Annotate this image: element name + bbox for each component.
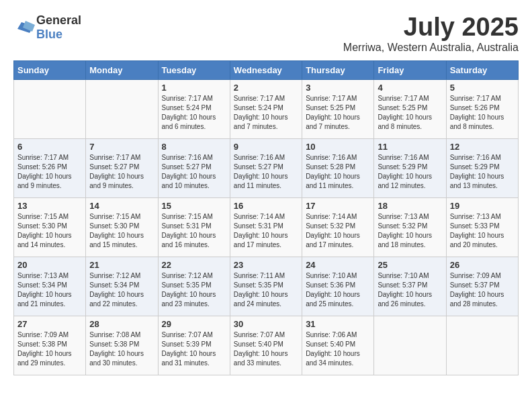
calendar-cell: 14Sunrise: 7:15 AMSunset: 5:30 PMDayligh… xyxy=(86,197,158,257)
day-number: 27 xyxy=(17,319,82,329)
day-number: 26 xyxy=(450,260,515,270)
weekday-header-monday: Monday xyxy=(86,60,158,79)
day-number: 24 xyxy=(306,260,370,270)
day-info: Sunrise: 7:13 AMSunset: 5:32 PMDaylight:… xyxy=(378,212,442,250)
weekday-header-sunday: Sunday xyxy=(14,60,86,79)
day-number: 10 xyxy=(306,142,370,152)
day-number: 13 xyxy=(17,201,82,211)
page-header: General Blue July 2025 Merriwa, Western … xyxy=(13,13,519,54)
day-info: Sunrise: 7:17 AMSunset: 5:26 PMDaylight:… xyxy=(450,94,515,132)
calendar-cell: 26Sunrise: 7:09 AMSunset: 5:37 PMDayligh… xyxy=(446,257,518,316)
day-info: Sunrise: 7:17 AMSunset: 5:27 PMDaylight:… xyxy=(89,153,154,191)
weekday-header-tuesday: Tuesday xyxy=(158,60,230,79)
day-info: Sunrise: 7:15 AMSunset: 5:31 PMDaylight:… xyxy=(162,212,226,250)
calendar-cell: 18Sunrise: 7:13 AMSunset: 5:32 PMDayligh… xyxy=(374,197,446,257)
day-number: 9 xyxy=(234,142,298,152)
calendar-cell: 23Sunrise: 7:11 AMSunset: 5:35 PMDayligh… xyxy=(230,257,302,316)
day-info: Sunrise: 7:09 AMSunset: 5:37 PMDaylight:… xyxy=(450,271,515,309)
day-number: 17 xyxy=(306,201,370,211)
month-year-title: July 2025 xyxy=(343,13,519,42)
day-info: Sunrise: 7:15 AMSunset: 5:30 PMDaylight:… xyxy=(17,212,82,250)
day-info: Sunrise: 7:17 AMSunset: 5:25 PMDaylight:… xyxy=(306,94,370,132)
calendar-week-row: 27Sunrise: 7:09 AMSunset: 5:38 PMDayligh… xyxy=(14,316,519,375)
day-number: 25 xyxy=(378,260,442,270)
day-number: 31 xyxy=(306,319,370,329)
day-info: Sunrise: 7:10 AMSunset: 5:37 PMDaylight:… xyxy=(378,271,442,309)
day-info: Sunrise: 7:11 AMSunset: 5:35 PMDaylight:… xyxy=(234,271,298,309)
calendar-cell: 20Sunrise: 7:13 AMSunset: 5:34 PMDayligh… xyxy=(14,257,86,316)
day-number: 16 xyxy=(234,201,298,211)
calendar-cell: 9Sunrise: 7:16 AMSunset: 5:27 PMDaylight… xyxy=(230,138,302,197)
logo-icon xyxy=(15,21,35,34)
calendar-cell: 3Sunrise: 7:17 AMSunset: 5:25 PMDaylight… xyxy=(302,79,374,138)
calendar-week-row: 6Sunrise: 7:17 AMSunset: 5:26 PMDaylight… xyxy=(14,138,519,197)
calendar-cell: 11Sunrise: 7:16 AMSunset: 5:29 PMDayligh… xyxy=(374,138,446,197)
calendar-cell xyxy=(14,79,86,138)
weekday-header-saturday: Saturday xyxy=(446,60,518,79)
day-info: Sunrise: 7:12 AMSunset: 5:34 PMDaylight:… xyxy=(89,271,154,309)
day-info: Sunrise: 7:17 AMSunset: 5:25 PMDaylight:… xyxy=(378,94,442,132)
calendar-cell: 24Sunrise: 7:10 AMSunset: 5:36 PMDayligh… xyxy=(302,257,374,316)
day-number: 8 xyxy=(162,142,226,152)
day-info: Sunrise: 7:14 AMSunset: 5:31 PMDaylight:… xyxy=(234,212,298,250)
day-info: Sunrise: 7:16 AMSunset: 5:29 PMDaylight:… xyxy=(378,153,442,191)
weekday-header-row: SundayMondayTuesdayWednesdayThursdayFrid… xyxy=(14,60,519,79)
day-info: Sunrise: 7:16 AMSunset: 5:28 PMDaylight:… xyxy=(306,153,370,191)
calendar-cell: 4Sunrise: 7:17 AMSunset: 5:25 PMDaylight… xyxy=(374,79,446,138)
calendar-week-row: 1Sunrise: 7:17 AMSunset: 5:24 PMDaylight… xyxy=(14,79,519,138)
calendar-week-row: 20Sunrise: 7:13 AMSunset: 5:34 PMDayligh… xyxy=(14,257,519,316)
logo-general-text: General xyxy=(36,13,81,27)
day-number: 7 xyxy=(89,142,154,152)
calendar-cell: 17Sunrise: 7:14 AMSunset: 5:32 PMDayligh… xyxy=(302,197,374,257)
calendar-cell: 15Sunrise: 7:15 AMSunset: 5:31 PMDayligh… xyxy=(158,197,230,257)
day-number: 23 xyxy=(234,260,298,270)
day-info: Sunrise: 7:08 AMSunset: 5:38 PMDaylight:… xyxy=(89,330,154,368)
calendar-cell xyxy=(86,79,158,138)
day-number: 20 xyxy=(17,260,82,270)
day-info: Sunrise: 7:13 AMSunset: 5:33 PMDaylight:… xyxy=(450,212,515,250)
day-number: 6 xyxy=(17,142,82,152)
day-info: Sunrise: 7:12 AMSunset: 5:35 PMDaylight:… xyxy=(162,271,226,309)
day-number: 15 xyxy=(162,201,226,211)
calendar-cell xyxy=(374,316,446,375)
calendar-cell: 6Sunrise: 7:17 AMSunset: 5:26 PMDaylight… xyxy=(14,138,86,197)
calendar-cell: 16Sunrise: 7:14 AMSunset: 5:31 PMDayligh… xyxy=(230,197,302,257)
title-section: July 2025 Merriwa, Western Australia, Au… xyxy=(343,13,519,54)
logo-blue-text: Blue xyxy=(36,28,62,41)
calendar-cell: 1Sunrise: 7:17 AMSunset: 5:24 PMDaylight… xyxy=(158,79,230,138)
day-info: Sunrise: 7:06 AMSunset: 5:40 PMDaylight:… xyxy=(306,330,370,368)
day-number: 29 xyxy=(162,319,226,329)
day-number: 14 xyxy=(89,201,154,211)
day-info: Sunrise: 7:17 AMSunset: 5:26 PMDaylight:… xyxy=(17,153,82,191)
calendar-cell: 29Sunrise: 7:07 AMSunset: 5:39 PMDayligh… xyxy=(158,316,230,375)
day-number: 21 xyxy=(89,260,154,270)
day-info: Sunrise: 7:07 AMSunset: 5:39 PMDaylight:… xyxy=(162,330,226,368)
day-info: Sunrise: 7:15 AMSunset: 5:30 PMDaylight:… xyxy=(89,212,154,250)
day-number: 30 xyxy=(234,319,298,329)
calendar-cell: 28Sunrise: 7:08 AMSunset: 5:38 PMDayligh… xyxy=(86,316,158,375)
day-number: 3 xyxy=(306,83,370,93)
calendar-cell: 10Sunrise: 7:16 AMSunset: 5:28 PMDayligh… xyxy=(302,138,374,197)
calendar-cell: 12Sunrise: 7:16 AMSunset: 5:29 PMDayligh… xyxy=(446,138,518,197)
day-info: Sunrise: 7:13 AMSunset: 5:34 PMDaylight:… xyxy=(17,271,82,309)
weekday-header-thursday: Thursday xyxy=(302,60,374,79)
calendar-cell: 8Sunrise: 7:16 AMSunset: 5:27 PMDaylight… xyxy=(158,138,230,197)
day-number: 11 xyxy=(378,142,442,152)
day-number: 12 xyxy=(450,142,515,152)
calendar-cell: 27Sunrise: 7:09 AMSunset: 5:38 PMDayligh… xyxy=(14,316,86,375)
calendar-week-row: 13Sunrise: 7:15 AMSunset: 5:30 PMDayligh… xyxy=(14,197,519,257)
calendar-cell: 7Sunrise: 7:17 AMSunset: 5:27 PMDaylight… xyxy=(86,138,158,197)
day-number: 1 xyxy=(162,83,226,93)
weekday-header-friday: Friday xyxy=(374,60,446,79)
day-number: 28 xyxy=(89,319,154,329)
calendar-cell: 19Sunrise: 7:13 AMSunset: 5:33 PMDayligh… xyxy=(446,197,518,257)
day-number: 4 xyxy=(378,83,442,93)
day-number: 18 xyxy=(378,201,442,211)
day-info: Sunrise: 7:17 AMSunset: 5:24 PMDaylight:… xyxy=(234,94,298,132)
calendar-cell: 5Sunrise: 7:17 AMSunset: 5:26 PMDaylight… xyxy=(446,79,518,138)
day-info: Sunrise: 7:16 AMSunset: 5:27 PMDaylight:… xyxy=(234,153,298,191)
logo: General Blue xyxy=(13,13,81,42)
day-info: Sunrise: 7:16 AMSunset: 5:27 PMDaylight:… xyxy=(162,153,226,191)
location-subtitle: Merriwa, Western Australia, Australia xyxy=(343,42,519,54)
calendar-cell: 2Sunrise: 7:17 AMSunset: 5:24 PMDaylight… xyxy=(230,79,302,138)
